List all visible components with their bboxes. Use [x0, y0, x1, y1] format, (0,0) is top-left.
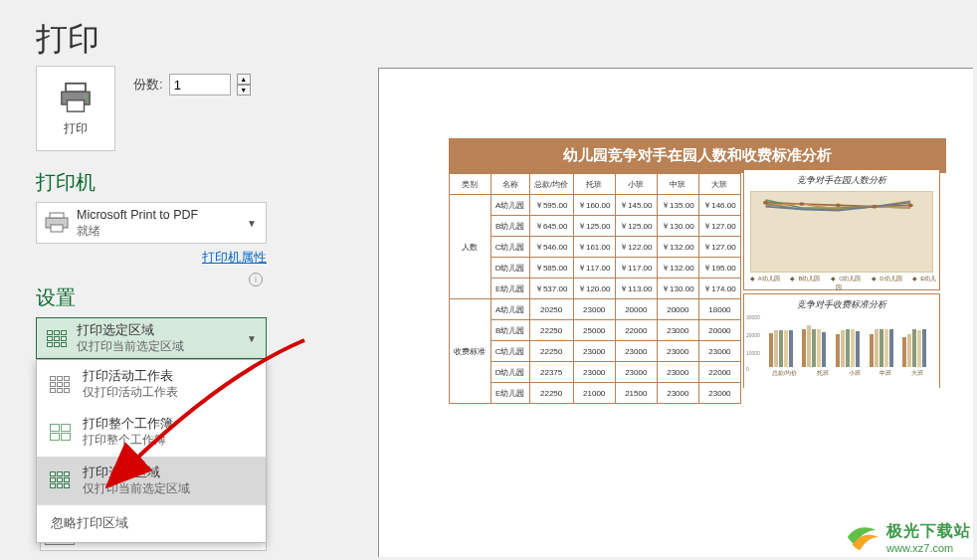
chevron-down-icon: ▼ [244, 218, 260, 229]
table-row: E幼儿园2225021000215002300023000 [450, 383, 741, 404]
menu-ignore-print-area[interactable]: 忽略打印区域 [37, 505, 266, 542]
watermark-title: 极光下载站 [886, 521, 971, 542]
svg-rect-5 [50, 213, 64, 218]
table-row: D幼儿园2237523000230002300022000 [450, 362, 741, 383]
menu-workbook-title: 打印整个工作簿 [83, 416, 260, 433]
data-table: 类别名称总款/均价托班小班中班大班 人数A幼儿园￥595.00￥160.00￥1… [449, 173, 741, 404]
table-row: 收费标准A幼儿园2025023000200002000018000 [450, 299, 741, 320]
table-row: B幼儿园2225025000220002300020000 [450, 320, 741, 341]
workbook-icon [43, 420, 77, 446]
svg-point-11 [908, 203, 913, 207]
table-row: E幼儿园￥537.00￥120.00￥113.00￥130.00￥174.00 [450, 279, 741, 299]
table-row: D幼儿园￥585.00￥117.00￥117.00￥132.00￥195.00 [450, 258, 741, 279]
print-range-dropdown[interactable]: 打印选定区域 仅打印当前选定区域 ▼ [36, 317, 267, 359]
table-row: 人数A幼儿园￥595.00￥160.00￥145.00￥135.00￥146.0… [450, 195, 741, 216]
chart2-title: 竞争对手收费标准分析 [744, 294, 939, 315]
selection-icon [43, 467, 77, 493]
print-button[interactable]: 打印 [36, 66, 115, 151]
settings-section-title: 设置 [36, 284, 364, 311]
info-icon[interactable]: i [249, 273, 263, 286]
table-header-row: 类别名称总款/均价托班小班中班大班 [450, 174, 741, 195]
chart-bar: 竞争对手收费标准分析 3000020000100000 总款/均价托班小班中班大… [743, 293, 940, 388]
table-row: B幼儿园￥645.00￥125.00￥125.00￥130.00￥127.00 [450, 216, 741, 237]
svg-rect-2 [68, 99, 85, 110]
print-preview: 幼儿园竞争对手在园人数和收费标准分析 类别名称总款/均价托班小班中班大班 人数A… [378, 68, 973, 557]
menu-selection[interactable]: 打印选定区域仅打印当前选定区域 [37, 457, 266, 504]
svg-rect-6 [51, 225, 63, 232]
printer-dropdown[interactable]: Microsoft Print to PDF 就绪 ▼ [36, 202, 267, 244]
chart1-title: 竞争对手在园人数分析 [744, 170, 939, 191]
menu-active-sheet[interactable]: 打印活动工作表仅打印活动工作表 [37, 360, 266, 408]
table-row: C幼儿园2225023000230002300023000 [450, 341, 741, 362]
sheet-icon [43, 371, 77, 397]
print-button-label: 打印 [64, 120, 88, 137]
watermark-icon [843, 518, 880, 556]
menu-active-sheet-sub: 仅打印活动工作表 [83, 385, 260, 401]
grid-selection-icon [43, 324, 71, 352]
svg-point-7 [763, 201, 768, 205]
copies-label: 份数: [133, 76, 163, 93]
table-row: C幼儿园￥546.00￥161.00￥122.00￥132.00￥127.00 [450, 237, 741, 258]
watermark: 极光下载站 www.xz7.com [843, 518, 971, 556]
printer-icon [59, 81, 93, 114]
menu-selection-title: 打印选定区域 [83, 465, 260, 481]
printer-properties-link[interactable]: 打印机属性 [202, 251, 267, 265]
chart-line: 竞争对手在园人数分析 ◆A幼儿园 ◆B幼儿园 ◆C幼儿园 ◆D幼儿园 ◆E幼儿园 [743, 169, 940, 290]
printer-name: Microsoft Print to PDF [77, 207, 244, 224]
page-title: 打印 [0, 0, 977, 74]
menu-selection-sub: 仅打印当前选定区域 [83, 481, 260, 497]
menu-active-sheet-title: 打印活动工作表 [83, 368, 260, 385]
menu-workbook[interactable]: 打印整个工作簿打印整个工作簿 [37, 408, 266, 456]
printer-section-title: 打印机 [36, 169, 364, 196]
printer-device-icon [43, 209, 71, 237]
svg-rect-0 [66, 83, 86, 92]
menu-workbook-sub: 打印整个工作簿 [83, 433, 260, 449]
chevron-down-icon: ▼ [244, 333, 260, 344]
copies-spinner[interactable]: ▲▼ [237, 74, 251, 95]
range-selected-sub: 仅打印当前选定区域 [77, 339, 244, 355]
copies-input[interactable] [169, 74, 231, 95]
svg-point-10 [872, 205, 877, 209]
chart1-legend: ◆A幼儿园 ◆B幼儿园 ◆C幼儿园 ◆D幼儿园 ◆E幼儿园 [744, 273, 939, 292]
range-selected-title: 打印选定区域 [77, 322, 244, 339]
watermark-url: www.xz7.com [886, 542, 971, 554]
svg-point-9 [836, 203, 841, 207]
svg-point-8 [799, 202, 804, 206]
svg-point-3 [85, 94, 88, 97]
printer-status: 就绪 [77, 224, 244, 240]
print-range-menu: 打印活动工作表仅打印活动工作表 打印整个工作簿打印整个工作簿 打印选定区域仅打印… [36, 359, 267, 543]
sheet-title: 幼儿园竞争对手在园人数和收费标准分析 [449, 138, 946, 173]
